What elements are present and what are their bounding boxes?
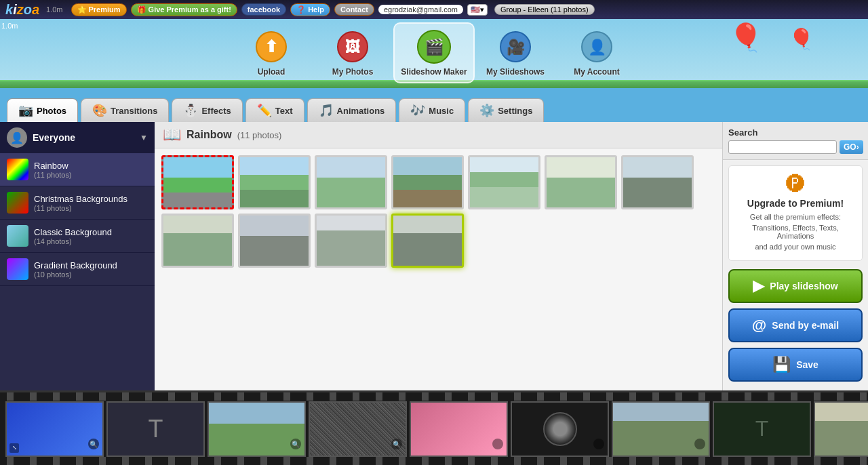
svg-text:🎥: 🎥 (507, 38, 526, 56)
rainbow-icon (7, 159, 28, 180)
premium-icon: ⭐ (77, 5, 87, 14)
search-button[interactable]: GO› (840, 140, 863, 154)
language-selector[interactable]: 🇺🇸▾ (467, 4, 488, 16)
tab-photos[interactable]: 📷 Photos (7, 98, 78, 122)
photo-6[interactable] (545, 155, 617, 209)
svg-text:👤: 👤 (588, 38, 607, 56)
svg-text:🔍: 🔍 (393, 440, 401, 449)
film-frame-4[interactable]: 🔍 (309, 401, 407, 457)
tab-animations[interactable]: 🎵 Animations (307, 98, 397, 122)
photo-area: 📖 Rainbow (11 photos) (155, 122, 722, 390)
everyone-label: Everyone (33, 132, 134, 143)
search-area: Search GO› (723, 122, 868, 160)
frame-6-icon (593, 438, 605, 453)
photo-9[interactable] (238, 214, 311, 268)
search-input[interactable] (728, 140, 837, 154)
photos-tab-icon: 📷 (18, 103, 33, 118)
slideshow-maker-icon: 🎬 (416, 29, 452, 64)
contact-button[interactable]: Contact (334, 3, 374, 16)
film-frame-9[interactable] (814, 401, 868, 457)
frame-1-expand: ⤡ (9, 443, 19, 453)
rainbow-label: Rainbow (34, 161, 72, 171)
upgrade-text1: Get all the premium effects: (736, 213, 855, 221)
transitions-tab-icon: 🎨 (92, 103, 107, 118)
tab-music[interactable]: 🎶 Music (399, 98, 465, 122)
svg-point-16 (492, 439, 503, 449)
tab-text[interactable]: ✏️ Text (245, 98, 304, 122)
photo-8[interactable] (161, 214, 234, 268)
upgrade-box: 🅟 Upgrade to Premium! Get all the premiu… (728, 165, 863, 261)
nav-slideshow-maker[interactable]: 🎬 Slideshow Maker (393, 22, 475, 83)
animations-tab-icon: 🎵 (319, 103, 334, 118)
facebook-button[interactable]: facebook (241, 3, 286, 16)
upload-icon: ⬆ (254, 29, 289, 64)
photo-3[interactable] (315, 155, 387, 209)
topbar: kizoa 1.0m ⭐ Premium 🎁 Give Premium as a… (0, 0, 868, 19)
help-button[interactable]: ❓ Help (290, 3, 330, 16)
content-area: 👤 Everyone ▼ Rainbow (11 photos) Christm… (0, 122, 868, 390)
svg-text:🎬: 🎬 (425, 37, 444, 56)
send-email-button[interactable]: @ Send by e-mail (728, 308, 863, 342)
tab-transitions[interactable]: 🎨 Transitions (81, 98, 169, 122)
frame-6-circle (543, 412, 577, 446)
nav-my-account[interactable]: 👤 My Account (556, 22, 637, 83)
film-frame-6[interactable] (511, 401, 609, 457)
album-header: 📖 Rainbow (11 photos) (155, 122, 722, 148)
logo: kizoa (5, 2, 39, 18)
photo-1[interactable] (161, 155, 234, 209)
film-frame-3[interactable]: 🔍 (208, 401, 306, 457)
svg-text:🖼: 🖼 (345, 39, 360, 56)
sidebar-item-rainbow[interactable]: Rainbow (11 photos) (0, 153, 155, 186)
film-frame-1[interactable]: 🔍 ⤡ (5, 401, 104, 457)
photo-11[interactable] (391, 214, 464, 268)
svg-text:🔍: 🔍 (292, 440, 300, 449)
sidebar: 👤 Everyone ▼ Rainbow (11 photos) Christm… (0, 122, 155, 390)
give-premium-button[interactable]: 🎁 Give Premium as a gift! (131, 3, 237, 16)
frame-4-icon: 🔍 (391, 438, 403, 453)
photo-4[interactable] (391, 155, 464, 209)
album-count: (11 photos) (237, 130, 282, 140)
rainbow-count: (11 photos) (34, 171, 72, 179)
text-frame-icon-2: T (755, 416, 769, 441)
film-frame-5[interactable] (410, 401, 508, 457)
upgrade-title: Upgrade to Premium! (736, 198, 855, 209)
film-frame-2[interactable]: T (106, 401, 205, 457)
gradient-icon (7, 258, 28, 280)
upgrade-text2: Transitions, Effects, Texts, Animations (736, 224, 855, 240)
film-frame-7[interactable] (612, 401, 710, 457)
gradient-label: Gradient Background (34, 260, 117, 270)
my-photos-icon: 🖼 (335, 29, 370, 64)
svg-text:🔍: 🔍 (90, 440, 98, 449)
save-button[interactable]: 💾 Save (728, 348, 863, 382)
photo-10[interactable] (315, 214, 387, 268)
search-label: Search (728, 127, 863, 138)
nav-my-slideshows[interactable]: 🎥 My Slideshows (475, 22, 556, 83)
photo-7[interactable] (621, 155, 694, 209)
settings-tab-icon: ⚙️ (479, 103, 494, 118)
effects-tab-icon: ⛄ (183, 103, 198, 118)
tab-effects[interactable]: ⛄ Effects (172, 98, 242, 122)
sidebar-item-gradient[interactable]: Gradient Background (10 photos) (0, 253, 155, 286)
group-selector[interactable]: Group - Elleen (11 photos) (494, 4, 595, 15)
right-panel: Search GO› 🅟 Upgrade to Premium! Get all… (722, 122, 868, 390)
my-slideshows-icon: 🎥 (498, 29, 533, 64)
nav-upload[interactable]: ⬆ Upload (231, 22, 312, 83)
play-icon: ▶ (753, 277, 764, 295)
svg-text:⬆: ⬆ (264, 37, 278, 56)
nav-my-photos[interactable]: 🖼 My Photos (312, 22, 393, 83)
tab-settings[interactable]: ⚙️ Settings (468, 98, 544, 122)
email-icon: @ (752, 317, 766, 334)
sidebar-everyone-header[interactable]: 👤 Everyone ▼ (0, 122, 155, 153)
premium-button[interactable]: ⭐ Premium (71, 3, 127, 16)
tab-bar: 📷 Photos 🎨 Transitions ⛄ Effects ✏️ Text… (0, 88, 868, 122)
sidebar-item-christmas[interactable]: Christmas Backgrounds (11 photos) (0, 186, 155, 220)
photo-5[interactable] (468, 155, 540, 209)
play-slideshow-button[interactable]: ▶ Play slideshow (728, 269, 863, 303)
help-icon: ❓ (296, 5, 306, 14)
photo-2[interactable] (238, 155, 311, 209)
film-frame-8[interactable]: T (713, 401, 811, 457)
text-tab-icon: ✏️ (257, 103, 272, 118)
sidebar-item-classic[interactable]: Classic Background (14 photos) (0, 220, 155, 253)
album-icon: 📖 (163, 126, 181, 144)
christmas-count: (11 photos) (34, 204, 127, 212)
